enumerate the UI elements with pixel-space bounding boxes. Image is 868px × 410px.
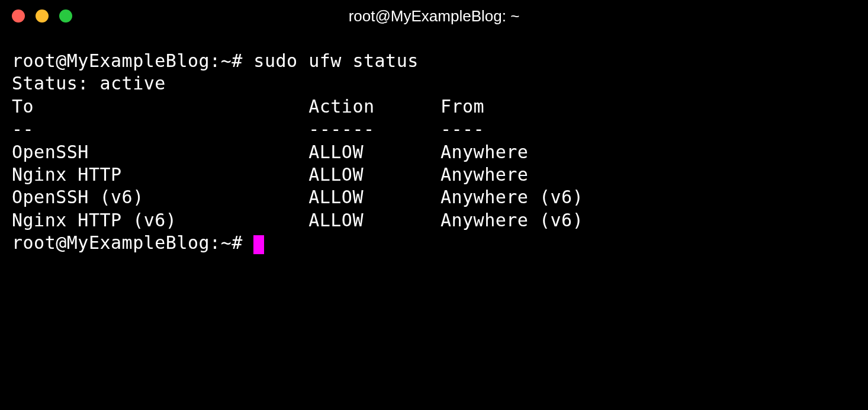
table-row: OpenSSH ALLOW Anywhere	[12, 141, 856, 164]
command-line: root@MyExampleBlog:~# sudo ufw status	[12, 50, 856, 72]
shell-prompt: root@MyExampleBlog:~#	[12, 232, 253, 253]
table-row: Nginx HTTP (v6) ALLOW Anywhere (v6)	[12, 209, 856, 232]
cursor-block	[253, 235, 264, 254]
table-separator-row: -- ------ ----	[12, 118, 856, 140]
terminal-output[interactable]: root@MyExampleBlog:~# sudo ufw statusSta…	[0, 32, 868, 267]
table-row: OpenSSH (v6) ALLOW Anywhere (v6)	[12, 186, 856, 209]
minimize-icon[interactable]	[36, 9, 49, 23]
status-output: Status: active	[12, 72, 856, 95]
entered-command: sudo ufw status	[253, 50, 418, 71]
traffic-lights	[12, 9, 72, 23]
window-title: root@MyExampleBlog: ~	[0, 7, 868, 25]
prompt-line: root@MyExampleBlog:~#	[12, 232, 856, 254]
table-header-row: To Action From	[12, 95, 856, 118]
maximize-icon[interactable]	[59, 9, 72, 23]
window-titlebar: root@MyExampleBlog: ~	[0, 0, 868, 32]
table-row: Nginx HTTP ALLOW Anywhere	[12, 164, 856, 186]
shell-prompt: root@MyExampleBlog:~#	[12, 50, 253, 71]
close-icon[interactable]	[12, 9, 25, 23]
